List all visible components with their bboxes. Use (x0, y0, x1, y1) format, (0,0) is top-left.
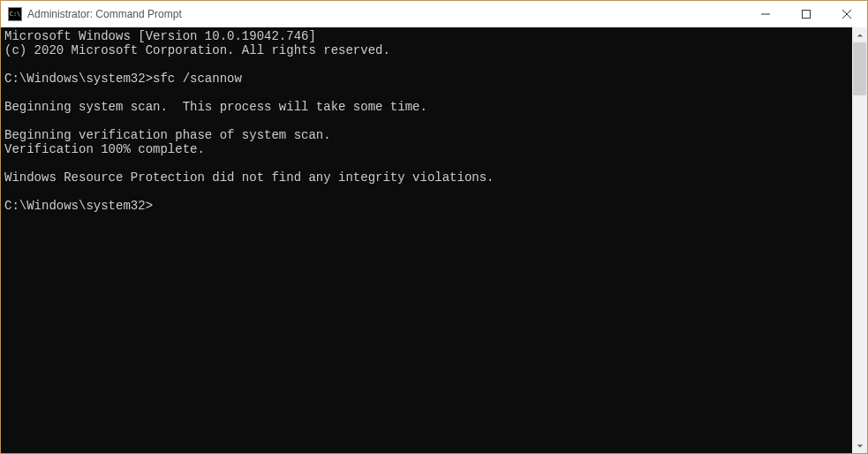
app-icon-label: C:\ (10, 11, 21, 18)
window-controls (745, 1, 867, 27)
chevron-up-icon (857, 32, 864, 39)
minimize-button[interactable] (745, 1, 786, 27)
maximize-icon (802, 10, 811, 19)
close-icon (842, 10, 851, 19)
command-prompt-window: C:\ Administrator: Command Prompt Micros… (0, 0, 868, 454)
maximize-button[interactable] (786, 1, 826, 27)
scrollbar-thumb[interactable] (853, 42, 866, 95)
scrollbar-down-button[interactable] (852, 438, 867, 453)
titlebar[interactable]: C:\ Administrator: Command Prompt (1, 1, 867, 27)
close-button[interactable] (826, 1, 867, 27)
svg-rect-1 (803, 11, 811, 19)
chevron-down-icon (857, 443, 864, 450)
console-area: Microsoft Windows [Version 10.0.19042.74… (1, 27, 867, 453)
window-title: Administrator: Command Prompt (27, 8, 745, 20)
minimize-icon (761, 10, 770, 19)
app-icon: C:\ (8, 7, 22, 21)
scrollbar-up-button[interactable] (852, 27, 867, 42)
console-output[interactable]: Microsoft Windows [Version 10.0.19042.74… (1, 27, 852, 453)
vertical-scrollbar[interactable] (852, 27, 867, 453)
